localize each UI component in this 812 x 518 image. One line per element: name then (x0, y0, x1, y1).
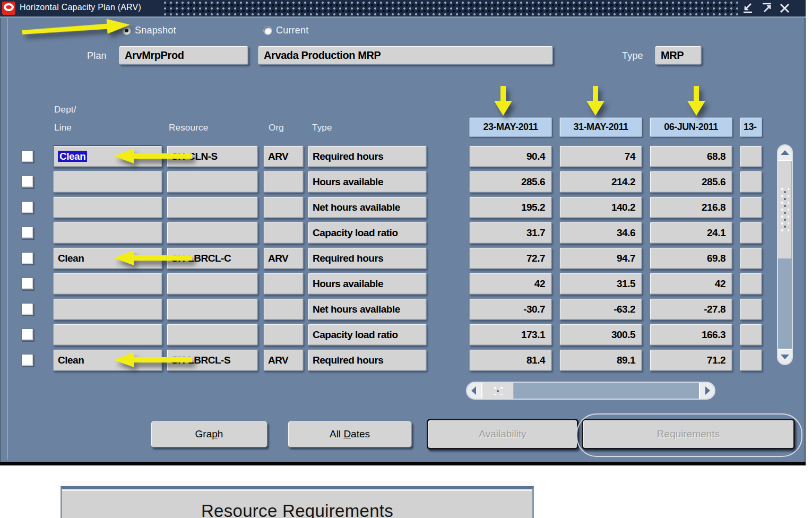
value-field[interactable]: 285.6 (469, 171, 552, 193)
org-field[interactable] (263, 222, 304, 244)
org-field[interactable] (263, 324, 304, 346)
value-field-partial[interactable] (740, 349, 762, 371)
resource-field[interactable]: SH-CLN-S (167, 145, 258, 167)
value-field[interactable]: 285.6 (650, 171, 732, 193)
org-field[interactable]: ARV (263, 349, 304, 371)
dept-line-field[interactable] (53, 222, 162, 244)
value-field-partial[interactable] (740, 298, 762, 320)
value-field[interactable]: 94.7 (559, 247, 642, 269)
snapshot-radio[interactable] (123, 27, 131, 34)
close-icon[interactable] (778, 2, 792, 15)
type-field[interactable]: Capacity load ratio (308, 324, 427, 346)
value-field-partial[interactable] (740, 222, 762, 244)
row-checkbox[interactable] (21, 201, 33, 213)
org-field[interactable] (263, 196, 304, 218)
plan-description-field[interactable]: Arvada Production MRP (258, 46, 553, 65)
resource-field[interactable] (167, 298, 258, 320)
plan-name-field[interactable]: ArvMrpProd (119, 46, 248, 65)
type-field[interactable]: Capacity load ratio (308, 222, 427, 244)
value-field-partial[interactable] (740, 196, 762, 218)
type-field[interactable]: Required hours (308, 145, 427, 167)
row-checkbox[interactable] (21, 150, 33, 162)
type-field[interactable]: Hours available (308, 171, 427, 193)
dept-line-field[interactable] (53, 298, 162, 320)
resource-field[interactable]: SH-LBRCL-S (167, 349, 258, 371)
requirements-button[interactable]: Requirements (582, 419, 795, 450)
value-field[interactable]: 69.8 (650, 247, 732, 269)
org-field[interactable]: ARV (263, 247, 304, 269)
resource-field[interactable] (167, 171, 258, 193)
row-checkbox[interactable] (21, 354, 33, 366)
value-field[interactable]: 72.7 (469, 247, 552, 269)
value-field[interactable]: 89.1 (559, 349, 642, 371)
value-field[interactable]: 90.4 (469, 145, 552, 167)
resource-field[interactable] (167, 273, 258, 295)
org-field[interactable] (263, 273, 304, 295)
scroll-left-icon[interactable] (467, 383, 482, 399)
availability-button[interactable]: Availability (427, 419, 578, 450)
value-field[interactable]: 74 (559, 145, 642, 167)
dept-line-field[interactable] (53, 171, 162, 193)
row-checkbox[interactable] (21, 252, 33, 264)
resource-field[interactable] (167, 222, 258, 244)
value-field[interactable]: 31.5 (559, 273, 642, 295)
value-field[interactable]: 24.1 (650, 222, 732, 244)
value-field[interactable]: 140.2 (559, 196, 642, 218)
value-field-partial[interactable] (740, 145, 762, 167)
row-checkbox[interactable] (21, 329, 33, 341)
row-checkbox[interactable] (21, 176, 33, 188)
scroll-right-icon[interactable] (699, 383, 714, 399)
value-field[interactable]: -27.8 (650, 298, 732, 320)
all-dates-button[interactable]: All Dates (288, 421, 412, 447)
horizontal-scrollbar[interactable] (466, 382, 715, 400)
value-field[interactable]: 216.8 (650, 196, 732, 218)
org-field[interactable]: ARV (263, 145, 304, 167)
value-field[interactable]: 81.4 (469, 349, 552, 371)
row-checkbox[interactable] (21, 303, 33, 315)
value-field[interactable]: 214.2 (559, 171, 642, 193)
value-field[interactable]: 34.6 (559, 222, 642, 244)
type-field[interactable]: Required hours (308, 247, 427, 269)
scroll-up-icon[interactable] (778, 145, 792, 161)
horizontal-scrollbar-thumb[interactable] (482, 383, 514, 399)
dept-line-field[interactable]: Clean (53, 247, 162, 269)
resource-field[interactable] (167, 324, 258, 346)
row-checkbox[interactable] (21, 278, 33, 290)
plan-type-field[interactable]: MRP (655, 46, 702, 65)
value-field[interactable]: 173.1 (469, 324, 552, 346)
org-field[interactable] (263, 298, 304, 320)
row-checkbox[interactable] (21, 227, 33, 239)
value-field-partial[interactable] (740, 171, 762, 193)
resource-field[interactable]: SH-LBRCL-C (167, 247, 258, 269)
value-field[interactable]: 68.8 (650, 145, 732, 167)
value-field[interactable]: 31.7 (469, 222, 552, 244)
value-field[interactable]: 42 (650, 273, 732, 295)
type-field[interactable]: Net hours available (308, 196, 427, 218)
value-field-partial[interactable] (740, 247, 762, 269)
type-field[interactable]: Required hours (308, 349, 427, 371)
value-field[interactable]: -63.2 (559, 298, 642, 320)
value-field[interactable]: 195.2 (469, 196, 552, 218)
org-field[interactable] (263, 171, 304, 193)
minimize-icon[interactable] (741, 2, 756, 15)
resource-field[interactable] (167, 196, 258, 218)
dept-line-field[interactable] (53, 273, 162, 295)
dept-line-field[interactable] (53, 324, 162, 346)
graph-button[interactable]: Graph (151, 421, 267, 447)
vertical-scrollbar[interactable] (777, 144, 793, 365)
value-field[interactable]: 42 (469, 273, 552, 295)
value-field-partial[interactable] (740, 273, 762, 295)
value-field[interactable]: -30.7 (469, 298, 552, 320)
value-field[interactable]: 71.2 (650, 349, 732, 371)
dept-line-field[interactable]: Clean (53, 145, 162, 167)
dept-line-field[interactable]: Clean (53, 349, 162, 371)
scroll-down-icon[interactable] (778, 349, 792, 364)
value-field[interactable]: 166.3 (650, 324, 732, 346)
current-radio[interactable] (264, 27, 272, 34)
maximize-icon[interactable] (759, 2, 774, 15)
type-field[interactable]: Net hours available (308, 298, 427, 320)
dept-line-field[interactable] (53, 196, 162, 218)
value-field[interactable]: 300.5 (559, 324, 642, 346)
type-field[interactable]: Hours available (308, 273, 427, 295)
vertical-scrollbar-thumb[interactable] (778, 161, 792, 258)
